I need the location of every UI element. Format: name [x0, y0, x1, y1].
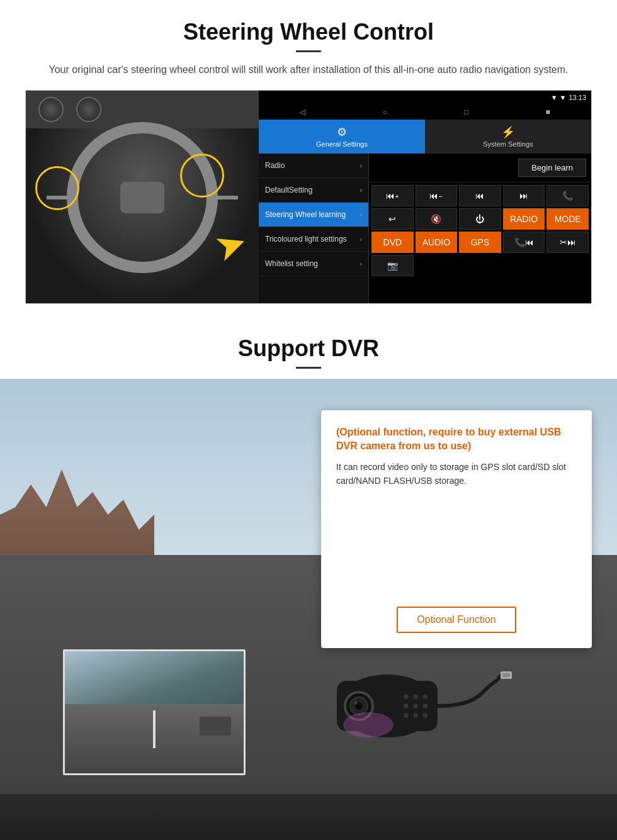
menu-item-radio[interactable]: Radio ›	[259, 154, 368, 178]
svg-point-17	[343, 712, 393, 737]
steering-description: Your original car's steering wheel contr…	[38, 62, 579, 77]
chevron-radio-icon: ›	[360, 162, 362, 169]
dvr-camera-area	[298, 656, 539, 756]
svg-point-10	[413, 703, 418, 708]
ctrl-phone-prev[interactable]: 📞⏮	[503, 232, 545, 253]
chevron-whitelist-icon: ›	[360, 260, 362, 267]
svg-point-8	[422, 694, 427, 699]
dvr-camera-svg	[324, 662, 513, 750]
highlight-circle-left	[35, 166, 79, 210]
gauge-1	[38, 97, 64, 122]
ctrl-dvd[interactable]: DVD	[371, 232, 414, 253]
dvr-optional-text: (Optional function, require to buy exter…	[336, 425, 577, 454]
ctrl-radio[interactable]: RADIO	[503, 208, 545, 230]
dvr-inset-cars	[200, 717, 231, 736]
dvr-description: It can record video only to storage in G…	[336, 460, 577, 488]
menu-radio-label: Radio	[265, 161, 285, 170]
dvr-inset-road-line	[153, 710, 156, 748]
begin-learn-row: Begin learn	[369, 154, 591, 182]
dvr-inset-screenshot	[63, 649, 246, 775]
chevron-steering-icon: ›	[360, 211, 362, 218]
tab-general-label: General Settings	[316, 140, 368, 148]
ctrl-mute[interactable]: 🔇	[416, 208, 458, 230]
status-time: 13:13	[569, 94, 586, 101]
dashboard-area	[0, 794, 617, 840]
svg-point-7	[413, 694, 418, 699]
chevron-tricoloured-icon: ›	[360, 236, 362, 243]
menu-steering-label: Steering Wheel learning	[265, 210, 346, 219]
steering-control-panel: Begin learn ⏮+ ⏮− ⏮ ⏭ 📞 ↩ 🔇 ⏻ RADIO MODE…	[369, 154, 591, 304]
menu-tricoloured-label: Tricoloured light settings	[265, 235, 347, 244]
optional-btn-row: Optional Function	[336, 607, 577, 633]
svg-point-5	[354, 701, 358, 705]
chevron-default-icon: ›	[360, 187, 362, 194]
ctrl-prev[interactable]: ⏮	[459, 185, 501, 206]
begin-learn-button[interactable]: Begin learn	[518, 159, 586, 177]
tab-general-settings[interactable]: ⚙ General Settings	[259, 120, 425, 154]
svg-point-9	[404, 703, 409, 708]
dvr-background: (Optional function, require to buy exter…	[0, 379, 617, 840]
svg-point-13	[413, 713, 418, 718]
dvr-inset-road	[65, 704, 244, 773]
dvr-info-box: (Optional function, require to buy exter…	[321, 410, 592, 648]
ctrl-camera[interactable]: 📷	[371, 255, 414, 276]
wheel-center	[120, 182, 164, 213]
optional-function-button[interactable]: Optional Function	[397, 607, 516, 633]
menu-item-whitelist[interactable]: Whitelist setting ›	[259, 252, 368, 276]
svg-point-14	[422, 713, 427, 718]
ctrl-vol-up[interactable]: ⏮+	[371, 185, 414, 206]
steering-title: Steering Wheel Control	[25, 19, 592, 45]
android-content: Radio › DefaultSetting › Steering Wheel …	[259, 154, 591, 304]
android-statusbar: ▼ ▼ 13:13	[259, 91, 591, 104]
svg-rect-16	[502, 673, 510, 677]
android-ui: ▼ ▼ 13:13 ◁ ○ □ ■ ⚙ General Settings ⚡ S…	[259, 91, 591, 304]
system-settings-icon: ⚡	[501, 125, 515, 139]
dvr-section: Support DVR (Optional function, require …	[0, 316, 617, 840]
nav-back-icon[interactable]: ◁	[300, 108, 305, 116]
steering-arrow-icon: ➤	[208, 219, 253, 271]
highlight-circle-right	[180, 154, 224, 198]
nav-extra-icon[interactable]: ■	[546, 108, 550, 116]
dvr-header: Support DVR	[0, 316, 617, 369]
menu-item-default-setting[interactable]: DefaultSetting ›	[259, 178, 368, 203]
ctrl-next[interactable]: ⏭	[503, 185, 545, 206]
title-divider	[296, 50, 321, 52]
svg-point-6	[404, 694, 409, 699]
gauge-2	[76, 97, 101, 122]
android-nav: ◁ ○ □ ■	[259, 104, 591, 120]
ctrl-phone[interactable]: 📞	[546, 185, 589, 206]
control-buttons-grid: ⏮+ ⏮− ⏮ ⏭ 📞 ↩ 🔇 ⏻ RADIO MODE DVD AUDIO G…	[369, 182, 591, 279]
nav-square-icon[interactable]: □	[464, 108, 468, 116]
menu-item-steering-wheel[interactable]: Steering Wheel learning ›	[259, 203, 368, 227]
svg-point-11	[422, 703, 427, 708]
ctrl-phone-next[interactable]: ✂⏭	[546, 232, 589, 253]
steering-wheel-bg: ➤	[26, 91, 259, 304]
wheel-spoke-right	[207, 196, 238, 199]
menu-default-label: DefaultSetting	[265, 186, 312, 194]
ctrl-vol-down[interactable]: ⏮−	[416, 185, 458, 206]
menu-whitelist-label: Whitelist setting	[265, 259, 318, 268]
menu-item-tricoloured[interactable]: Tricoloured light settings ›	[259, 227, 368, 252]
steering-demo: ➤ ▼ ▼ 13:13 ◁ ○ □ ■ ⚙ General Settings	[25, 90, 592, 304]
dvr-scene: (Optional function, require to buy exter…	[0, 379, 617, 840]
ctrl-audio[interactable]: AUDIO	[416, 232, 458, 253]
settings-menu: Radio › DefaultSetting › Steering Wheel …	[259, 154, 369, 304]
signal-icon: ▼ ▼	[551, 94, 567, 101]
steering-section: Steering Wheel Control Your original car…	[0, 0, 617, 316]
ctrl-power[interactable]: ⏻	[459, 208, 501, 230]
tab-system-settings[interactable]: ⚡ System Settings	[425, 120, 591, 154]
dvr-title: Support DVR	[25, 335, 592, 362]
ctrl-back[interactable]: ↩	[371, 208, 414, 230]
ctrl-mode[interactable]: MODE	[546, 208, 589, 230]
steering-wheel-ring	[67, 122, 218, 273]
dvr-title-divider	[296, 367, 321, 369]
steering-photo: ➤	[26, 91, 259, 304]
general-settings-icon: ⚙	[337, 125, 347, 139]
android-tabs: ⚙ General Settings ⚡ System Settings	[259, 120, 591, 154]
svg-point-12	[404, 713, 409, 718]
tab-system-label: System Settings	[483, 140, 533, 148]
ctrl-gps[interactable]: GPS	[459, 232, 501, 253]
nav-home-icon[interactable]: ○	[382, 108, 387, 116]
